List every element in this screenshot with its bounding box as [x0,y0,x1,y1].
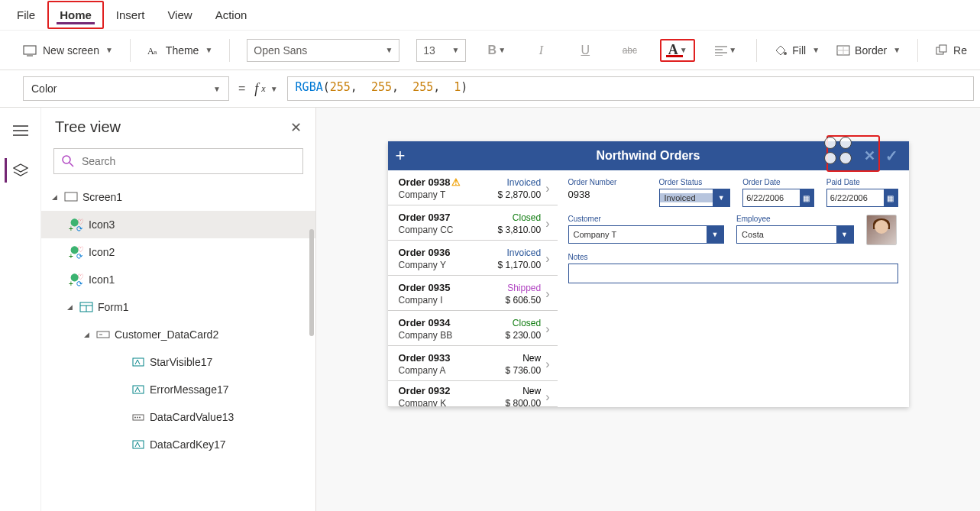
underline-button[interactable]: U [571,39,599,62]
chevron-right-icon: › [545,390,549,404]
scrollbar-thumb[interactable] [309,229,314,336]
icon-control-icon: ⬤♡+⟳ [67,273,84,286]
field-label: Order Date [742,178,814,186]
chevron-right-icon: › [545,322,549,336]
tree-node-form1[interactable]: ◢ Form1 [41,293,315,321]
notes-input[interactable] [568,264,898,283]
order-row[interactable]: Order 0937 Company CC Closed $ 3,810.00 … [388,205,558,241]
close-button[interactable]: ✕ [290,119,302,136]
reorder-label: Re [953,44,967,57]
chevron-down-icon: ▼ [893,46,901,54]
order-row[interactable]: Order 0938⚠ Company T Invoiced $ 2,870.0… [388,170,558,205]
cancel-button[interactable]: ✕ [864,147,875,164]
chevron-down-icon: ▼ [729,46,736,54]
tree-node-icon3[interactable]: ⬤♡+⟳ Icon3 [41,211,315,238]
border-button[interactable]: Border ▼ [836,44,901,57]
strikethrough-button[interactable]: abc [616,39,643,62]
tree-node-label: Icon2 [89,246,115,258]
svg-rect-19 [65,192,77,201]
tree-view-rail-button[interactable] [5,158,29,183]
tree-node-datacard[interactable]: ◢ Customer_DataCard2 [41,321,315,348]
paid-date-input[interactable]: 6/22/2006▦ [826,189,898,207]
form-icon [79,300,93,314]
tree-node-starvisible[interactable]: StarVisible17 [41,348,315,376]
order-list[interactable]: Order 0938⚠ Company T Invoiced $ 2,870.0… [388,170,558,407]
menu-insert[interactable]: Insert [105,2,156,27]
paint-bucket-icon [774,44,788,57]
fill-button[interactable]: Fill ▼ [774,44,820,57]
tree-node-label: Icon3 [89,218,115,231]
fill-label: Fill [792,44,806,57]
customer-select[interactable]: Company T▼ [568,225,725,244]
svg-text:a: a [154,49,157,56]
field-label: Order Number [568,178,647,186]
canvas[interactable]: + Northwind Orders ✓ ✕ Order 0938⚠ Compa… [316,108,980,511]
font-family-value: Open Sans [254,44,307,57]
font-family-select[interactable]: Open Sans ▼ [247,39,399,62]
panel-title: Tree view [55,118,121,136]
border-label: Border [855,44,887,57]
tree-node-datacardvalue[interactable]: DataCardValue13 [41,403,315,431]
new-screen-button[interactable]: New screen ▼ [23,44,113,57]
reorder-button[interactable]: Re [935,44,967,57]
tree-node-datacardkey[interactable]: DataCardKey17 [41,431,315,458]
svg-point-17 [63,156,70,163]
order-date-input[interactable]: 6/22/2006▦ [742,189,814,207]
chevron-down-icon: ▼ [205,46,212,54]
tree-node-label: Form1 [98,301,128,313]
collapse-icon: ◢ [52,193,60,201]
property-select[interactable]: Color ▼ [23,76,229,101]
order-row[interactable]: Order 0934 Company BB Closed $ 230.00 › [388,311,558,346]
menu-home[interactable]: Home [47,1,104,29]
svg-rect-23 [97,332,109,338]
formula-input[interactable]: RGBA(255, 255, 255, 1) [287,76,974,101]
field-label: Paid Date [826,178,898,186]
formula-fn: RGBA [296,80,323,94]
form-area: Order Number 0938 Order Status Invoiced▼… [558,170,909,407]
fx-button[interactable]: fx▼ [254,81,277,97]
add-button[interactable]: + [396,146,406,166]
align-button[interactable]: ▼ [712,39,739,62]
employee-select[interactable]: Costa▼ [736,225,853,244]
menu-action[interactable]: Action [205,2,258,27]
chevron-down-icon: ▼ [707,226,723,243]
tree-node-label: StarVisible17 [150,356,212,368]
font-size-select[interactable]: 13 ▼ [416,39,466,62]
theme-button[interactable]: Aa Theme ▼ [147,44,212,57]
italic-button[interactable]: I [527,39,555,62]
tree-node-screen1[interactable]: ◢ Screen1 [41,183,315,211]
label-icon [131,438,145,451]
svg-point-8 [784,52,787,55]
order-row[interactable]: Order 0932 Company K New $ 800.00 › [388,381,558,407]
search-input[interactable] [80,154,295,168]
tree-node-errormessage[interactable]: ErrorMessage17 [41,376,315,403]
menu-view[interactable]: View [157,2,202,27]
datacard-icon [96,328,110,341]
order-status-select[interactable]: Invoiced▼ [659,189,731,207]
tree-view-panel: Tree view ✕ ◢ Screen1 ⬤♡+⟳ Icon3 ⬤♡+⟳ Ic… [41,108,316,511]
order-row[interactable]: Order 0933 Company A New $ 736.00 › [388,346,558,381]
order-row[interactable]: Order 0936 Company Y Invoiced $ 1,170.00… [388,241,558,276]
reorder-icon [935,44,949,57]
tree-node-label: DataCardValue13 [150,411,234,423]
left-rail [0,108,41,511]
font-color-button[interactable]: A▼ [660,39,695,62]
confirm-button[interactable]: ✓ [885,147,898,165]
tree-node-icon1[interactable]: ⬤♡+⟳ Icon1 [41,266,315,293]
chevron-down-icon: ▼ [385,46,393,54]
tree-node-icon2[interactable]: ⬤♡+⟳ Icon2 [41,238,315,266]
menu-file[interactable]: File [6,2,46,27]
bold-button[interactable]: B▼ [483,39,510,62]
chevron-down-icon: ▼ [812,46,820,54]
ribbon: New screen ▼ Aa Theme ▼ Open Sans ▼ 13 ▼… [0,31,980,70]
hamburger-icon [13,125,28,136]
search-box[interactable] [53,148,303,174]
hamburger-button[interactable] [8,118,33,143]
employee-avatar [866,215,897,245]
search-icon [62,155,74,167]
tree-node-label: Icon1 [89,273,115,286]
app-header: + Northwind Orders ✓ ✕ [388,141,909,170]
equals-label: = [238,82,245,95]
field-label: Notes [568,253,898,261]
order-row[interactable]: Order 0935 Company I Shipped $ 606.50 › [388,276,558,311]
